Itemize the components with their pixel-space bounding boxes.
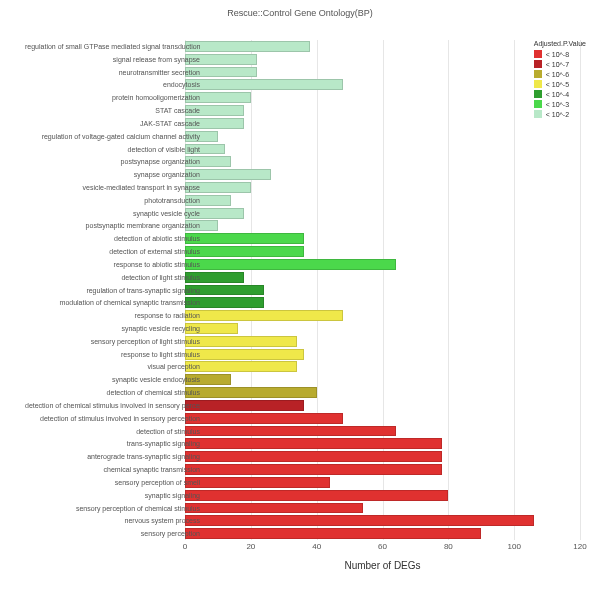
legend-item: < 10^-7 (534, 60, 586, 68)
legend-label: < 10^-2 (546, 111, 569, 118)
bar (185, 79, 343, 90)
legend-item: < 10^-5 (534, 80, 586, 88)
bar-label: postsynapse organization (25, 156, 200, 167)
bar (185, 361, 297, 372)
bar (185, 426, 396, 437)
bar-row (185, 490, 448, 501)
bar-label: regulation of voltage-gated calcium chan… (25, 131, 200, 142)
bar-row (185, 413, 343, 424)
bar (185, 41, 310, 52)
x-tick-label: 0 (183, 542, 187, 551)
bar-row (185, 259, 396, 270)
bar-row (185, 503, 363, 514)
legend-swatch (534, 70, 542, 78)
bar-label: synaptic signaling (25, 490, 200, 501)
legend-title: Adjusted.P.Value (534, 40, 586, 47)
legend-swatch (534, 110, 542, 118)
bar-label: regulation of trans-synaptic signaling (25, 285, 200, 296)
x-axis-title: Number of DEGs (185, 560, 580, 571)
x-tick-label: 100 (507, 542, 520, 551)
bar-label: detection of chemical stimulus involved … (25, 400, 200, 411)
bar-row (185, 41, 310, 52)
bar-row (185, 438, 442, 449)
legend-swatch (534, 60, 542, 68)
bar-label: response to abiotic stimulus (25, 259, 200, 270)
legend-item: < 10^-6 (534, 70, 586, 78)
bar-label: synapse organization (25, 169, 200, 180)
bar-row (185, 477, 330, 488)
bar-label: protein homooligomerization (25, 92, 200, 103)
bar-label: synaptic vesicle endocytosis (25, 374, 200, 385)
bar (185, 490, 448, 501)
bar (185, 310, 343, 321)
bar (185, 451, 442, 462)
bar-label: JAK-STAT cascade (25, 118, 200, 129)
bar (185, 246, 304, 257)
x-tick-label: 60 (378, 542, 387, 551)
x-tick-label: 40 (312, 542, 321, 551)
bar-row (185, 515, 534, 526)
bar-label: STAT cascade (25, 105, 200, 116)
bar-label: nervous system process (25, 515, 200, 526)
bar (185, 515, 534, 526)
bar (185, 413, 343, 424)
bar-row (185, 336, 297, 347)
bar-label: regulation of small GTPase mediated sign… (25, 41, 200, 52)
bar (185, 438, 442, 449)
bar-row (185, 310, 343, 321)
bar-row (185, 387, 317, 398)
bar-label: endocytosis (25, 79, 200, 90)
bar-label: vesicle-mediated transport in synapse (25, 182, 200, 193)
legend-swatch (534, 50, 542, 58)
bar-label: detection of chemical stimulus (25, 387, 200, 398)
bar (185, 528, 481, 539)
legend-label: < 10^-8 (546, 51, 569, 58)
bar-label: chemical synaptic transmission (25, 464, 200, 475)
legend-item: < 10^-8 (534, 50, 586, 58)
legend-item: < 10^-2 (534, 110, 586, 118)
legend-swatch (534, 90, 542, 98)
bar-row (185, 464, 442, 475)
bar (185, 259, 396, 270)
bar-label: response to light stimulus (25, 349, 200, 360)
chart-title: Rescue::Control Gene Ontology(BP) (0, 8, 600, 18)
bar-row (185, 233, 304, 244)
bar-label: synaptic vesicle recycling (25, 323, 200, 334)
bar-label: detection of external stimulus (25, 246, 200, 257)
bar-row (185, 451, 442, 462)
chart-container: Rescue::Control Gene Ontology(BP) Number… (0, 0, 600, 589)
bar-label: trans-synaptic signaling (25, 438, 200, 449)
legend-label: < 10^-5 (546, 81, 569, 88)
bar-row (185, 79, 343, 90)
bar (185, 233, 304, 244)
legend-swatch (534, 80, 542, 88)
bar-label: modulation of chemical synaptic transmis… (25, 297, 200, 308)
bars-layer (185, 40, 580, 540)
bar-label: postsynaptic membrane organization (25, 220, 200, 231)
bar-label: visual perception (25, 361, 200, 372)
bar-row (185, 349, 304, 360)
bar (185, 477, 330, 488)
legend: Adjusted.P.Value < 10^-8< 10^-7< 10^-6< … (534, 40, 586, 120)
bar-label: response to radiation (25, 310, 200, 321)
bar-label: sensory perception of chemical stimulus (25, 503, 200, 514)
x-tick-label: 120 (573, 542, 586, 551)
bar-label: sensory perception (25, 528, 200, 539)
legend-items: < 10^-8< 10^-7< 10^-6< 10^-5< 10^-4< 10^… (534, 50, 586, 118)
bar-row (185, 246, 304, 257)
bar-row (185, 361, 297, 372)
bar-label: anterograde trans-synaptic signaling (25, 451, 200, 462)
bar (185, 387, 317, 398)
bar-label: detection of stimulus (25, 426, 200, 437)
legend-swatch (534, 100, 542, 108)
bar (185, 503, 363, 514)
legend-item: < 10^-4 (534, 90, 586, 98)
legend-label: < 10^-6 (546, 71, 569, 78)
bar (185, 336, 297, 347)
bar-label: detection of abiotic stimulus (25, 233, 200, 244)
x-tick-label: 80 (444, 542, 453, 551)
legend-label: < 10^-7 (546, 61, 569, 68)
bar-row (185, 528, 481, 539)
bar (185, 400, 304, 411)
bar (185, 349, 304, 360)
